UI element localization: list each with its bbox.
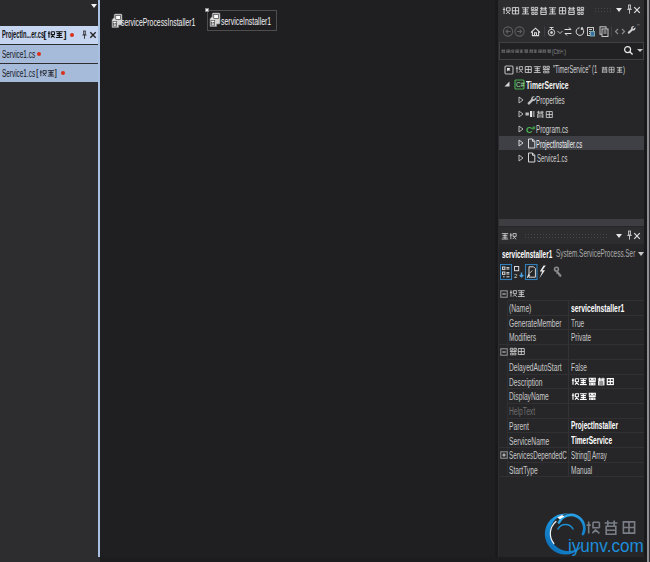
svg-text:#: # <box>532 125 536 131</box>
svg-text:2: 2 <box>514 272 518 278</box>
svg-text:'': '' <box>637 23 640 30</box>
svg-text:C#: C# <box>516 81 525 88</box>
